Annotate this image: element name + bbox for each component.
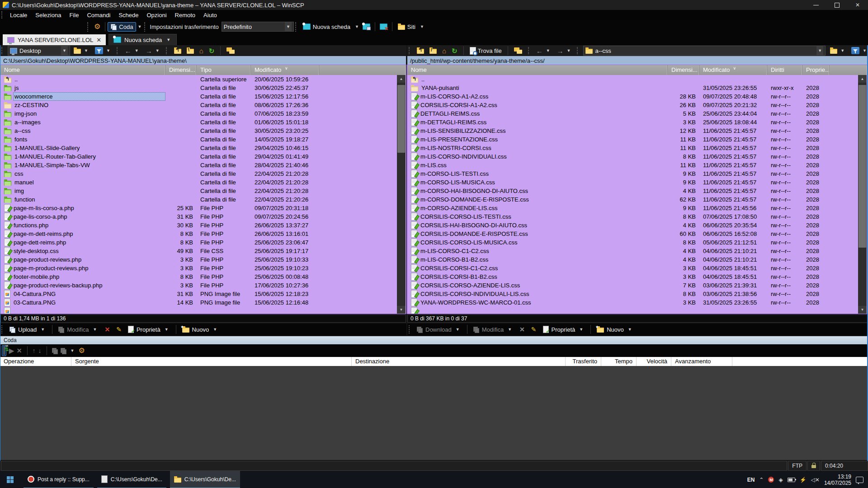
file-row[interactable]: CORSILIS-CORSI-A1-A2.css26 KB09/07/2025 …: [407, 101, 868, 109]
queue-dropdown-arrow[interactable]: ▼: [136, 24, 143, 29]
file-row[interactable]: m-DETTAGLI-REIMS.css3 KB25/06/2025 18:08…: [407, 118, 868, 127]
remote-open-directory-button[interactable]: ▼: [828, 47, 848, 54]
queue-show-button[interactable]: [2, 345, 6, 356]
file-row[interactable]: CORSILIS-CORSO-AZIENDE-LIS.css7 KB03/06/…: [407, 281, 868, 290]
menu-remoto[interactable]: Remoto: [171, 10, 200, 20]
find-files-button[interactable]: Trova file: [468, 47, 504, 55]
minimize-button[interactable]: —: [806, 0, 826, 10]
file-row[interactable]: CORSILIS-CORSO-LIS-TESTI.css8 KB07/06/20…: [407, 212, 868, 221]
remote-forward-button[interactable]: →▼: [555, 47, 574, 55]
sites-button[interactable]: Siti: [395, 22, 419, 32]
remote-parent-directory-button[interactable]: ↰: [415, 47, 426, 54]
tray-chevron-up-icon[interactable]: ⌃: [759, 477, 764, 483]
properties-button[interactable]: Proprietà▼: [540, 325, 588, 334]
file-row[interactable]: page-lis-corso-a.php31 KBFile PHP09/07/2…: [0, 212, 406, 221]
close-button[interactable]: ✕: [847, 0, 868, 10]
menu-seleziona[interactable]: Seleziona: [31, 10, 65, 20]
local-parent-directory-button[interactable]: ↰: [172, 47, 183, 54]
local-root-directory-button[interactable]: \: [185, 47, 196, 54]
column-header-type[interactable]: Tipo: [197, 65, 251, 75]
close-tab-button[interactable]: [377, 22, 390, 31]
remote-back-button[interactable]: ←▼: [534, 47, 553, 55]
queue-move-up-button[interactable]: ↑: [33, 347, 36, 354]
column-header-rights[interactable]: Diritti: [767, 65, 802, 75]
tab-session-active[interactable]: YANA SERVER/CLONE.LOL ✕: [3, 34, 106, 45]
duplicate-tab-button[interactable]: [360, 22, 373, 31]
file-row[interactable]: style-desktop.css49 KBFile CSS25/06/2025…: [0, 247, 406, 255]
file-row[interactable]: 1-MANUEL-Router-Tab-GalleryCartella di f…: [0, 152, 406, 161]
file-row[interactable]: CORSILIS-CORSI-C1-C2.css3 KB04/06/2025 1…: [407, 264, 868, 272]
file-row[interactable]: CORSILIS-CORSI-B1-B2.css3 KB04/06/2025 1…: [407, 272, 868, 281]
remote-refresh-button[interactable]: ↻: [450, 47, 459, 55]
file-row[interactable]: page-product-reviews-backup.php3 KBFile …: [0, 281, 406, 290]
local-refresh-button[interactable]: ↻: [207, 47, 217, 55]
file-row[interactable]: 1-MANUEL-Simple-Tabs-VWCartella di file2…: [0, 161, 406, 169]
remote-home-directory-button[interactable]: ⌂: [440, 47, 448, 55]
file-row[interactable]: 04-Cattura.PNG31 KBPNG Image file15/06/2…: [0, 290, 406, 298]
file-row[interactable]: m-CORSO-HAI-BISOGNO-DI-AIUTO.css4 KB11/0…: [407, 187, 868, 195]
download-button[interactable]: Download▼: [414, 325, 464, 334]
taskbar-clock[interactable]: 13:19 14/07/2025: [824, 474, 851, 486]
scroll-up-icon[interactable]: ▲: [397, 75, 406, 83]
file-row[interactable]: m-LIS-CORSO-INDIVIDUALI.css8 KB11/06/202…: [407, 152, 868, 161]
tab-close-icon[interactable]: ✕: [96, 37, 101, 43]
new-button[interactable]: ★Nuovo▼: [594, 325, 636, 334]
file-row[interactable]: CORSILIS-HAI-BISOGNO-DI-AIUTO.css4 KB06/…: [407, 221, 868, 230]
column-header-modified[interactable]: Modificato: [699, 65, 767, 75]
queue-move-down-button[interactable]: ↓: [38, 347, 42, 354]
file-row[interactable]: YANA-WORDPRESS-WC-MARCO-01.css3 KB31/05/…: [407, 298, 868, 307]
column-header-size[interactable]: Dimensi...: [165, 65, 197, 75]
file-row[interactable]: cssCartella di file22/04/2025 21:20:28: [0, 169, 406, 178]
file-row[interactable]: CORSILIS-DOMANDE-E-RISPOSTE.css60 KB06/0…: [407, 230, 868, 238]
file-row[interactable]: ↰..: [407, 75, 868, 84]
battery-icon[interactable]: [788, 478, 795, 482]
file-row[interactable]: functions.php30 KBFile PHP26/06/2025 13:…: [0, 221, 406, 230]
queue-item-icon[interactable]: [52, 348, 58, 354]
file-row[interactable]: m-CORSO-LIS-TESTI.css9 KB11/06/2025 21:4…: [407, 169, 868, 178]
local-scrollbar[interactable]: ▲ ▼: [397, 75, 406, 314]
queue-column-destinazione[interactable]: Destinazione: [352, 357, 566, 366]
file-row[interactable]: m-CORSO-DOMANDE-E-RISPOSTE.css62 KB11/06…: [407, 195, 868, 204]
file-row[interactable]: ↰..Cartella superiore20/06/2025 10:59:26: [0, 75, 406, 84]
file-row[interactable]: zz-CESTINOCartella di file08/06/2025 17:…: [0, 101, 406, 109]
queue-resume-button[interactable]: ▶: [9, 347, 14, 354]
sites-dropdown-arrow[interactable]: ▼: [419, 24, 425, 29]
file-row[interactable]: m-LIS-PRESENTAZIONE.css11 KB11/06/2025 2…: [407, 135, 868, 144]
local-synchronize-browsing-button[interactable]: [225, 47, 237, 54]
file-row[interactable]: woocommerceCartella di file15/06/2025 12…: [0, 92, 406, 101]
menu-file[interactable]: File: [65, 10, 83, 20]
scroll-down-icon[interactable]: ▼: [397, 306, 406, 314]
scroll-up-icon[interactable]: ▲: [858, 75, 867, 83]
file-row[interactable]: CORSILIS-CORSO-LIS-MUSICA.css8 KB05/06/2…: [407, 238, 868, 247]
file-row[interactable]: page-m-lis-corso-a.php25 KBFile PHP09/07…: [0, 204, 406, 212]
file-row[interactable]: a--cssCartella di file30/05/2025 23:20:2…: [0, 127, 406, 135]
queue-toggle-button[interactable]: Coda: [108, 22, 136, 32]
file-row[interactable]: page-product-reviews.php3 KBFile PHP25/0…: [0, 255, 406, 264]
file-row[interactable]: m-CORSO-LIS-MUSICA.css9 KB11/06/2025 21:…: [407, 178, 868, 187]
column-header-name[interactable]: Nome: [407, 65, 668, 75]
preferences-button[interactable]: ⚙: [92, 22, 103, 32]
new-tab-dropdown-arrow[interactable]: ▼: [354, 24, 360, 29]
queue-column-tempo[interactable]: Tempo: [601, 357, 637, 366]
menu-aiuto[interactable]: Aiuto: [199, 10, 221, 20]
remote-location-select[interactable]: a--css ▼: [583, 46, 826, 56]
file-row[interactable]: m-LIS-CORSO-B1-B2.css4 KB04/06/2025 21:1…: [407, 255, 868, 264]
file-row[interactable]: CORSILIS-CORSO-INDIVIDUALI-LIS.css8 KB03…: [407, 290, 868, 298]
file-row[interactable]: imgCartella di file22/04/2025 21:20:28: [0, 187, 406, 195]
file-row[interactable]: m-LIS-NOSTRI-CORSI.css11 KB11/06/2025 21…: [407, 144, 868, 152]
file-row[interactable]: functionCartella di file22/04/2025 21:20…: [0, 195, 406, 204]
remote-scrollbar[interactable]: ▲ ▼: [858, 75, 867, 314]
taskbar-button[interactable]: Post a reply :: Supp...: [24, 471, 94, 488]
file-row[interactable]: jsCartella di file30/06/2025 22:45:37: [0, 84, 406, 92]
file-row[interactable]: m-LIS-CORSO-A1-A2.css28 KB09/07/2025 20:…: [407, 92, 868, 101]
remote-root-directory-button[interactable]: /: [428, 47, 439, 54]
local-location-select[interactable]: Desktop ▼: [8, 46, 70, 56]
scrollbar-thumb[interactable]: [397, 85, 405, 153]
delete-button[interactable]: ✕: [102, 325, 113, 334]
local-open-directory-button[interactable]: ▼: [72, 47, 91, 54]
volume-muted-icon[interactable]: ◁✕: [811, 477, 820, 483]
menu-comandi[interactable]: Comandi: [83, 10, 114, 20]
local-filter-button[interactable]: ▼: [93, 47, 113, 55]
edit-button[interactable]: Modifica▼: [471, 325, 516, 334]
taskbar-button[interactable]: C:\Users\Gokuh\De...: [170, 471, 240, 488]
